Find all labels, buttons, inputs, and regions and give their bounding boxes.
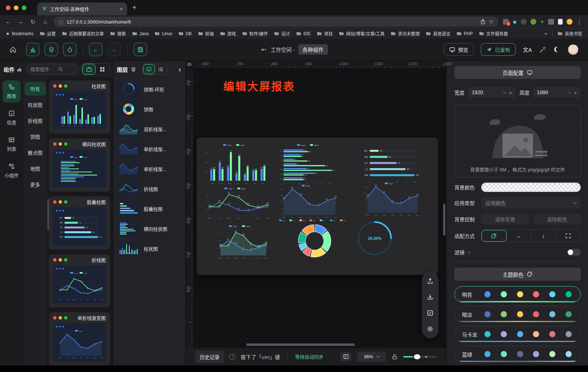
clear-color-button[interactable]: 清除颜色 bbox=[533, 214, 581, 225]
sidebar-tab-列表[interactable]: 列表 bbox=[3, 133, 21, 155]
bookmark-folder[interactable]: 搜索 bbox=[110, 30, 126, 37]
cards-scrollbar[interactable] bbox=[47, 199, 49, 231]
search-input[interactable] bbox=[26, 64, 79, 75]
extension-star-icon[interactable]: ✶ bbox=[540, 19, 544, 25]
layer-item-单折线渐...[interactable]: 单折线渐... bbox=[116, 141, 183, 157]
preview-button[interactable]: 预览 bbox=[444, 43, 474, 56]
page-background[interactable]: data1data2120130Mon200130Tue150312Wed802… bbox=[197, 138, 438, 275]
width-minus-button[interactable]: − bbox=[503, 89, 506, 96]
bookmark-folder[interactable]: IDE bbox=[296, 30, 311, 37]
history-button[interactable]: 历史记录 bbox=[195, 351, 224, 363]
redo-button[interactable]: → bbox=[108, 43, 121, 56]
clear-background-button[interactable]: 清除背景 bbox=[481, 214, 529, 225]
reload-icon[interactable]: ↻ bbox=[29, 18, 37, 25]
charts-panel-toggle-button[interactable] bbox=[26, 43, 39, 56]
bookmark-folder[interactable]: 前端 bbox=[198, 30, 214, 37]
share-icon[interactable] bbox=[480, 19, 486, 25]
theme-row-明亮[interactable]: 明亮 bbox=[454, 286, 581, 302]
category-柱状图[interactable]: 柱状图 bbox=[25, 98, 46, 112]
design-canvas[interactable]: 编辑大屏报表 data1data2120130Mon200130Tue15031… bbox=[193, 68, 446, 347]
extension-green-icon[interactable] bbox=[530, 19, 536, 25]
back-icon[interactable]: ← bbox=[4, 18, 12, 25]
help-icon[interactable]: ? bbox=[229, 354, 236, 360]
canvas-chart-line[interactable]: data1data2120200150807011013013013031226… bbox=[204, 186, 270, 220]
details-panel-toggle-button[interactable] bbox=[63, 43, 76, 56]
zoom-slider-thumb[interactable] bbox=[414, 354, 420, 359]
category-散点图[interactable]: 散点图 bbox=[25, 146, 46, 159]
canvas-chart-single-line-2[interactable]: data11202001508070110130MonTueWedThuFriS… bbox=[362, 181, 420, 217]
new-tab-button[interactable]: + bbox=[127, 4, 142, 12]
apply-type-select[interactable]: 应用颜色 bbox=[481, 197, 581, 209]
language-toggle-icon[interactable]: 文A bbox=[523, 46, 532, 53]
bookmark-folder[interactable]: 运营 bbox=[40, 30, 56, 37]
browser-tab[interactable]: 工作空间-各种组件 × bbox=[37, 3, 127, 15]
component-card-单折线渐变图[interactable]: 单折线渐变图data1MonTueWedThuFriSatSun bbox=[49, 312, 110, 365]
bookmark-folder[interactable]: Java bbox=[132, 30, 148, 37]
reader-mode-icon[interactable] bbox=[558, 19, 563, 25]
height-input[interactable]: 1080 − + bbox=[533, 87, 581, 98]
bookmark-folder[interactable]: 项目 bbox=[317, 30, 333, 37]
theme-row-马卡龙[interactable]: 马卡龙 bbox=[454, 326, 581, 342]
bookmark-folder[interactable]: PHP bbox=[457, 30, 473, 37]
forward-icon[interactable]: → bbox=[17, 18, 25, 25]
app-home-icon[interactable] bbox=[9, 46, 17, 53]
user-avatar[interactable] bbox=[568, 44, 579, 55]
search-field[interactable] bbox=[30, 67, 56, 72]
bookmark-folder[interactable]: 其他语言 bbox=[426, 30, 450, 37]
tab-close-icon[interactable]: × bbox=[120, 6, 123, 12]
zoom-slider[interactable] bbox=[403, 356, 437, 358]
canvas-horizontal-scrollbar[interactable] bbox=[246, 343, 355, 346]
import-button[interactable] bbox=[424, 291, 436, 303]
category-地图[interactable]: 地图 bbox=[25, 162, 46, 175]
bookmark-folder[interactable]: 网站/博客/文章/工具 bbox=[339, 30, 385, 37]
height-plus-button[interactable]: + bbox=[574, 89, 577, 96]
canvas-chart-bar[interactable]: data1data2120130Mon200130Tue150312Wed802… bbox=[203, 143, 269, 185]
save-button[interactable] bbox=[134, 43, 147, 56]
minimize-window-button[interactable] bbox=[14, 5, 18, 10]
layer-item-柱状图[interactable]: 柱状图 bbox=[116, 241, 183, 257]
export-button[interactable] bbox=[424, 275, 436, 287]
bookmark-folder[interactable]: Linux bbox=[155, 30, 172, 37]
bookmark-folder[interactable]: 近期需要读的文章 bbox=[62, 30, 104, 37]
profile-avatar-icon[interactable] bbox=[567, 19, 572, 25]
height-minus-button[interactable]: − bbox=[568, 89, 571, 96]
close-window-button[interactable] bbox=[6, 5, 10, 10]
grid-view-toggle[interactable] bbox=[96, 64, 109, 75]
layer-list-toggle[interactable] bbox=[155, 64, 167, 74]
layer-item-双折线渐...[interactable]: 双折线渐... bbox=[116, 121, 183, 137]
fit-height-button[interactable]: ↕ bbox=[531, 230, 556, 242]
dark-mode-moon-icon[interactable] bbox=[554, 46, 560, 53]
sidebar-tab-信息[interactable]: A信息 bbox=[3, 107, 21, 129]
collapse-panel-icon[interactable]: ‹ bbox=[178, 65, 182, 74]
undo-button[interactable]: ← bbox=[89, 43, 102, 56]
bookmark-folder[interactable]: 文件服务器 bbox=[479, 30, 508, 37]
layers-panel-toggle-button[interactable] bbox=[45, 43, 58, 56]
category-饼图[interactable]: 饼图 bbox=[25, 130, 46, 143]
category-折线图[interactable]: 折线图 bbox=[25, 114, 46, 128]
bookmark-folder[interactable]: DB bbox=[178, 30, 192, 37]
settings-gear-icon[interactable] bbox=[424, 323, 436, 335]
maximize-window-button[interactable] bbox=[22, 5, 26, 10]
layer-item-单折线渐...[interactable]: 单折线渐... bbox=[116, 161, 183, 177]
address-bar[interactable]: ⓘ 127.0.0.1:3000/#/chart/home/9 ☆ bbox=[54, 17, 499, 27]
fit-full-button[interactable] bbox=[556, 230, 581, 242]
canvas-title-component[interactable]: 编辑大屏报表 bbox=[223, 78, 295, 93]
canvas-vertical-scrollbar[interactable] bbox=[443, 204, 445, 235]
component-card-柱状图[interactable]: 柱状图data1data2MonTueWedThuFriSatSun bbox=[49, 80, 110, 134]
canvas-chart-donut[interactable]: MonTueWedThuFriSatSun bbox=[273, 218, 356, 259]
bookmarks-root[interactable]: ★ Bookmarks bbox=[6, 31, 34, 36]
layer-item-横向柱状图[interactable]: 横向柱状图 bbox=[116, 221, 183, 237]
minimap-toggle-button[interactable] bbox=[340, 352, 351, 361]
theme-row-暗淡[interactable]: 暗淡 bbox=[454, 306, 581, 322]
extension-dark-icon[interactable] bbox=[521, 19, 526, 25]
window-controls[interactable] bbox=[0, 5, 32, 10]
layer-item-折线图[interactable]: 折线图 bbox=[116, 181, 183, 197]
extension-puzzle-icon[interactable] bbox=[548, 19, 554, 25]
filter-expand-icon[interactable]: › bbox=[468, 249, 470, 255]
fit-width-button[interactable]: ↔ bbox=[507, 230, 532, 242]
canvas-chart-single-line[interactable]: data11202001508070110130MonTueWedThuFriS… bbox=[278, 183, 339, 219]
filter-toggle-switch[interactable] bbox=[567, 249, 581, 256]
zoom-select[interactable]: 36% bbox=[357, 352, 386, 362]
component-card-横向柱状图[interactable]: 横向柱状图data1data2 bbox=[49, 138, 110, 192]
theme-row-蓝绿[interactable]: 蓝绿 bbox=[454, 346, 581, 362]
